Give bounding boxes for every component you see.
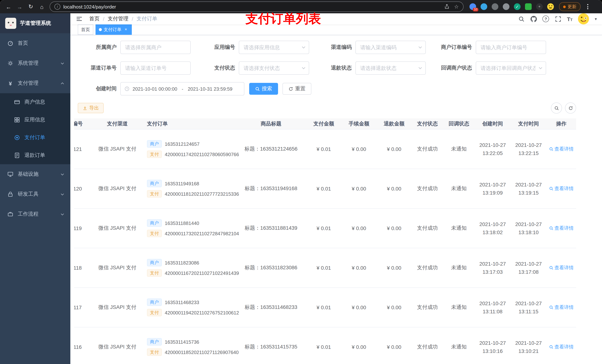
app-select[interactable] xyxy=(239,41,309,54)
cell-pay-time: 2021-10-2713:17:08 xyxy=(511,248,547,288)
cell-title: 标题：1635311949168 xyxy=(236,169,306,208)
pin-icon[interactable]: ⌖ xyxy=(536,3,543,10)
channel-order-no-input[interactable] xyxy=(120,62,191,75)
sidebar-item-system[interactable]: 系统管理 xyxy=(0,53,70,73)
view-detail-link[interactable]: 查看详情 xyxy=(549,225,574,232)
sidebar-item-app-info[interactable]: 应用信息 xyxy=(0,111,70,129)
avatar[interactable] xyxy=(578,13,589,24)
sidebar-item-workflow[interactable]: 工作流程 xyxy=(0,204,70,224)
search-button[interactable]: 搜索 xyxy=(249,83,278,95)
avatar-caret-icon[interactable]: ▾ xyxy=(595,16,597,21)
sidebar-item-dev-tools[interactable]: 研发工具 xyxy=(0,184,70,204)
view-detail-link[interactable]: 查看详情 xyxy=(549,185,574,192)
view-detail-link[interactable]: 查看详情 xyxy=(549,344,574,350)
cell-status: 支付成功 xyxy=(412,248,443,288)
github-icon[interactable] xyxy=(530,16,537,22)
merchant-tag: 商户 xyxy=(147,219,162,227)
cell-status: 支付成功 xyxy=(412,169,443,208)
tab-label: 支付订单 xyxy=(104,26,121,33)
logo: 芋道管理系统 xyxy=(0,13,70,33)
pay-status-select[interactable] xyxy=(239,62,309,75)
cell-create-time: 2021-10-2713:10:16 xyxy=(475,327,511,364)
tab-home[interactable]: 首页 xyxy=(78,24,93,35)
refresh-button[interactable] xyxy=(565,103,576,114)
merchant-select[interactable] xyxy=(120,41,191,54)
toggle-search-button[interactable] xyxy=(551,103,562,114)
table-header-row: 编号 支付渠道 支付订单 商品标题 支付金额 手续金额 退款金额 支付状态 回调… xyxy=(74,118,576,129)
bank-card-icon xyxy=(14,99,20,105)
site-info-icon[interactable]: i xyxy=(54,4,60,10)
extension-icon-2[interactable] xyxy=(481,3,487,10)
view-detail-link[interactable]: 查看详情 xyxy=(549,146,574,152)
sidebar-item-label: 商户信息 xyxy=(24,99,45,105)
forward-icon[interactable]: → xyxy=(15,2,24,11)
view-detail-link[interactable]: 查看详情 xyxy=(549,304,574,311)
sidebar-item-home[interactable]: 首页 xyxy=(0,33,70,53)
notify-status-select[interactable] xyxy=(476,62,546,75)
pay-tag: 支付 xyxy=(147,348,162,356)
reload-icon[interactable]: ↻ xyxy=(26,2,35,11)
sidebar: 芋道管理系统 首页 系统管理 ¥ 支付管理 xyxy=(0,13,70,364)
extension-icon-1[interactable]: 10 xyxy=(469,3,476,10)
record-icon xyxy=(14,135,20,141)
hamburger-icon[interactable] xyxy=(70,16,86,22)
bookmark-star-icon[interactable]: ☆ xyxy=(454,4,459,10)
cell-status: 支付成功 xyxy=(412,288,443,327)
cell-pay-time: 2021-10-2713:22:15 xyxy=(511,129,547,169)
cell-amount: ¥ 0.01 xyxy=(306,129,341,169)
orders-table: 编号 支付渠道 支付订单 商品标题 支付金额 手续金额 退款金额 支付状态 回调… xyxy=(74,118,576,364)
cell-notify: 未通知 xyxy=(443,327,475,364)
extension-icon-4[interactable] xyxy=(503,3,509,10)
search-icon[interactable] xyxy=(518,16,525,22)
export-button[interactable]: 导出 xyxy=(78,103,104,113)
extension-icon-check[interactable]: ✓ xyxy=(514,3,521,10)
address-bar[interactable]: i localhost:1024/pay/order ☆ xyxy=(50,1,463,12)
share-icon[interactable] xyxy=(444,4,450,9)
cell-fee: ¥ 0.00 xyxy=(341,169,376,208)
filter-label: 退款状态 xyxy=(320,65,352,71)
cell-order: 商户 1635311823086 支付 42000011672021102710… xyxy=(143,248,236,288)
browser-update-button[interactable]: 更新 xyxy=(559,2,580,11)
cell-id: 117 xyxy=(74,288,91,327)
sidebar-item-pay-order[interactable]: 支付订单 xyxy=(0,129,70,146)
pay-order-no: 4200001167202110271022491439 xyxy=(165,270,239,276)
help-icon[interactable]: ? xyxy=(542,16,549,22)
magnifier-icon xyxy=(549,187,553,191)
close-icon[interactable]: × xyxy=(123,27,129,32)
sidebar-item-merchant-info[interactable]: 商户信息 xyxy=(0,93,70,111)
cell-refund: ¥ 0.00 xyxy=(376,248,412,288)
breadcrumb-payment[interactable]: 支付管理 xyxy=(108,16,129,22)
chevron-down-icon xyxy=(60,61,64,65)
cell-create-time: 2021-10-2713:11:08 xyxy=(475,288,511,327)
channel-code-select[interactable] xyxy=(355,41,426,54)
view-detail-link[interactable]: 查看详情 xyxy=(549,264,574,271)
chevron-up-icon xyxy=(60,81,64,85)
refund-status-select[interactable] xyxy=(355,62,426,75)
cell-id: 120 xyxy=(74,169,91,208)
sidebar-item-infrastructure[interactable]: 基础设施 xyxy=(0,164,70,184)
col-title: 商品标题 xyxy=(236,118,306,129)
browser-menu-icon[interactable] xyxy=(586,3,590,11)
font-size-icon[interactable]: TT xyxy=(567,16,573,22)
sidebar-item-label: 研发工具 xyxy=(18,191,39,198)
sidebar-item-refund-order[interactable]: 退款订单 xyxy=(0,146,70,164)
back-icon[interactable]: ← xyxy=(4,2,13,11)
cell-action: 查看详情 xyxy=(547,169,576,208)
reset-button[interactable]: 重置 xyxy=(282,83,311,95)
sidebar-item-label: 系统管理 xyxy=(18,60,39,67)
sidebar-item-payment[interactable]: ¥ 支付管理 xyxy=(0,73,70,93)
url-text[interactable]: localhost:1024/pay/order xyxy=(63,4,444,10)
breadcrumb-home[interactable]: 首页 xyxy=(89,16,100,22)
extension-icon-3[interactable] xyxy=(492,3,498,10)
fullscreen-icon[interactable] xyxy=(555,16,561,22)
date-range-picker[interactable]: 2021-10-01 00:00:00 - 2021-10-31 23:59:5… xyxy=(120,82,244,95)
navbar-actions: ? TT ▾ xyxy=(518,13,602,24)
pay-order-no: 4200001185202110271126907640 xyxy=(165,349,239,355)
profile-avatar-icon[interactable] xyxy=(547,3,554,10)
tags-view: 首页 支付订单 × xyxy=(70,24,602,35)
col-action: 操作 xyxy=(547,118,576,129)
tab-pay-order[interactable]: 支付订单 × xyxy=(96,24,132,35)
home-icon[interactable]: ⌂ xyxy=(37,2,47,11)
extension-icon-green-square[interactable] xyxy=(525,3,532,10)
merchant-order-no-input[interactable] xyxy=(476,41,546,54)
